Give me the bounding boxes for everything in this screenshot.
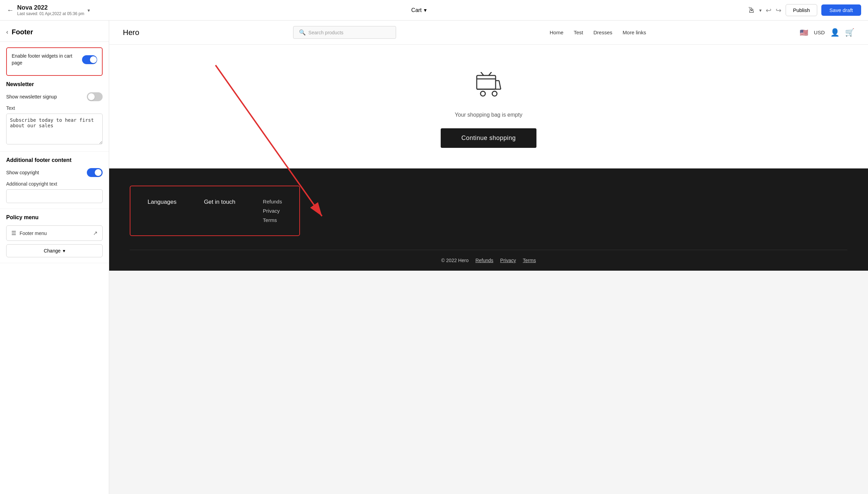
currency-label: USD bbox=[814, 30, 825, 35]
sidebar: ‹ Footer Enable footer widgets in cart p… bbox=[0, 21, 109, 494]
enable-footer-box: Enable footer widgets in cart page bbox=[6, 47, 103, 76]
sidebar-header: ‹ Footer bbox=[0, 21, 109, 42]
enable-footer-row: Enable footer widgets in cart page bbox=[12, 53, 97, 66]
sidebar-title: Footer bbox=[12, 28, 33, 36]
cart-dropdown-icon: ▾ bbox=[424, 7, 427, 13]
text-label: Text bbox=[6, 105, 103, 111]
show-newsletter-row: Show newsletter signup bbox=[6, 92, 103, 101]
footer-col-links: Refunds Privacy Terms bbox=[263, 199, 282, 223]
app-title: Nova 2022 bbox=[17, 4, 84, 11]
cart-icon-store[interactable]: 🛒 bbox=[845, 28, 854, 37]
back-icon[interactable]: ← bbox=[7, 6, 14, 14]
search-placeholder: Search products bbox=[309, 30, 344, 35]
footer-links-list: Refunds Privacy Terms bbox=[263, 199, 282, 223]
footer-link-refunds[interactable]: Refunds bbox=[263, 199, 282, 204]
footer-highlighted-box: Languages Get in touch Refunds Privacy T… bbox=[130, 186, 300, 236]
footer-link-privacy[interactable]: Privacy bbox=[263, 208, 282, 214]
undo-icon[interactable]: ↩ bbox=[766, 6, 772, 14]
continue-shopping-button[interactable]: Continue shopping bbox=[441, 128, 536, 148]
change-button[interactable]: Change ▾ bbox=[6, 244, 103, 257]
additional-copyright-label: Additional copyright text bbox=[6, 181, 103, 187]
nav-link-test[interactable]: Test bbox=[574, 30, 583, 35]
flag-icon: 🇺🇸 bbox=[800, 28, 808, 37]
additional-footer-title: Additional footer content bbox=[6, 157, 103, 163]
svg-rect-2 bbox=[477, 75, 496, 89]
enable-footer-label: Enable footer widgets in cart page bbox=[12, 53, 82, 66]
cart-dropdown[interactable]: Cart ▾ bbox=[411, 7, 426, 13]
svg-line-6 bbox=[499, 81, 501, 89]
topbar-left: ← Nova 2022 Last saved: 01 Apr,2022 at 0… bbox=[7, 4, 90, 16]
cart-content: Your shopping bag is empty Continue shop… bbox=[109, 45, 868, 168]
footer-col2-title: Get in touch bbox=[204, 199, 235, 205]
external-link-icon[interactable]: ↗ bbox=[93, 230, 97, 236]
copyright-text: © 2022 Hero bbox=[441, 258, 469, 263]
store-nav-right: 🇺🇸 USD 👤 🛒 bbox=[800, 28, 854, 37]
main-layout: ‹ Footer Enable footer widgets in cart p… bbox=[0, 21, 868, 494]
sidebar-back-icon[interactable]: ‹ bbox=[6, 28, 8, 36]
search-icon: 🔍 bbox=[299, 29, 306, 36]
additional-copyright-input[interactable] bbox=[6, 189, 103, 203]
store-footer-dark: Languages Get in touch Refunds Privacy T… bbox=[109, 168, 868, 271]
footer-menu-item: ☰ Footer menu ↗ bbox=[6, 225, 103, 241]
footer-col-languages: Languages bbox=[148, 199, 176, 223]
topbar: ← Nova 2022 Last saved: 01 Apr,2022 at 0… bbox=[0, 0, 868, 21]
store-search[interactable]: 🔍 Search products bbox=[293, 26, 396, 39]
topbar-right: 🖯 ▾ ↩ ↪ Publish Save draft bbox=[748, 4, 861, 16]
show-newsletter-toggle[interactable] bbox=[87, 92, 103, 101]
publish-button[interactable]: Publish bbox=[786, 4, 817, 16]
menu-lines-icon: ☰ bbox=[11, 230, 16, 236]
app-dropdown-icon[interactable]: ▾ bbox=[88, 8, 90, 13]
change-label: Change bbox=[44, 248, 60, 254]
footer-col1-title: Languages bbox=[148, 199, 176, 205]
svg-point-8 bbox=[481, 91, 485, 96]
footer-link-terms[interactable]: Terms bbox=[263, 217, 282, 223]
show-copyright-toggle[interactable] bbox=[87, 168, 103, 177]
topbar-center: Cart ▾ bbox=[411, 7, 426, 13]
newsletter-section: Newsletter Show newsletter signup Text S… bbox=[0, 76, 109, 152]
svg-point-9 bbox=[492, 91, 497, 96]
footer-bottom-privacy[interactable]: Privacy bbox=[500, 258, 516, 263]
newsletter-text-input[interactable]: Subscribe today to hear first about our … bbox=[6, 114, 103, 144]
redo-icon[interactable]: ↪ bbox=[776, 6, 782, 14]
policy-menu-section: Policy menu ☰ Footer menu ↗ Change ▾ bbox=[0, 209, 109, 263]
additional-footer-section: Additional footer content Show copyright… bbox=[0, 152, 109, 209]
cart-empty-icon bbox=[473, 72, 504, 105]
nav-link-dresses[interactable]: Dresses bbox=[593, 30, 612, 35]
nav-link-more[interactable]: More links bbox=[623, 30, 646, 35]
footer-menu-label: Footer menu bbox=[20, 231, 47, 236]
footer-menu-left: ☰ Footer menu bbox=[11, 230, 47, 236]
app-subtitle: Last saved: 01 Apr,2022 at 05:36 pm bbox=[17, 11, 84, 16]
footer-bottom-terms[interactable]: Terms bbox=[523, 258, 536, 263]
cart-label: Cart bbox=[411, 7, 421, 13]
preview-wrapper: Hero 🔍 Search products Home Test Dresses… bbox=[109, 21, 868, 271]
footer-bottom: © 2022 Hero Refunds Privacy Terms bbox=[130, 250, 847, 271]
newsletter-title: Newsletter bbox=[6, 81, 103, 87]
change-dropdown-icon: ▾ bbox=[63, 248, 65, 254]
preview-area: Hero 🔍 Search products Home Test Dresses… bbox=[109, 21, 868, 494]
footer-bottom-refunds[interactable]: Refunds bbox=[475, 258, 493, 263]
show-newsletter-label: Show newsletter signup bbox=[6, 94, 57, 99]
footer-col-get-in-touch: Get in touch bbox=[204, 199, 235, 223]
save-draft-button[interactable]: Save draft bbox=[821, 4, 861, 16]
show-copyright-row: Show copyright bbox=[6, 168, 103, 177]
policy-menu-title: Policy menu bbox=[6, 214, 103, 221]
nav-link-home[interactable]: Home bbox=[550, 30, 564, 35]
show-copyright-label: Show copyright bbox=[6, 170, 39, 175]
enable-footer-toggle[interactable] bbox=[82, 55, 97, 64]
store-nav-links: Home Test Dresses More links bbox=[550, 30, 646, 35]
store-preview: Hero 🔍 Search products Home Test Dresses… bbox=[109, 21, 868, 271]
cart-empty-text: Your shopping bag is empty bbox=[455, 112, 522, 118]
monitor-icon[interactable]: 🖯 bbox=[748, 6, 755, 15]
app-info: Nova 2022 Last saved: 01 Apr,2022 at 05:… bbox=[17, 4, 84, 16]
store-nav: Hero 🔍 Search products Home Test Dresses… bbox=[109, 21, 868, 45]
dropdown-icon-topbar[interactable]: ▾ bbox=[759, 8, 762, 13]
store-logo: Hero bbox=[123, 28, 139, 37]
user-icon[interactable]: 👤 bbox=[830, 28, 840, 37]
